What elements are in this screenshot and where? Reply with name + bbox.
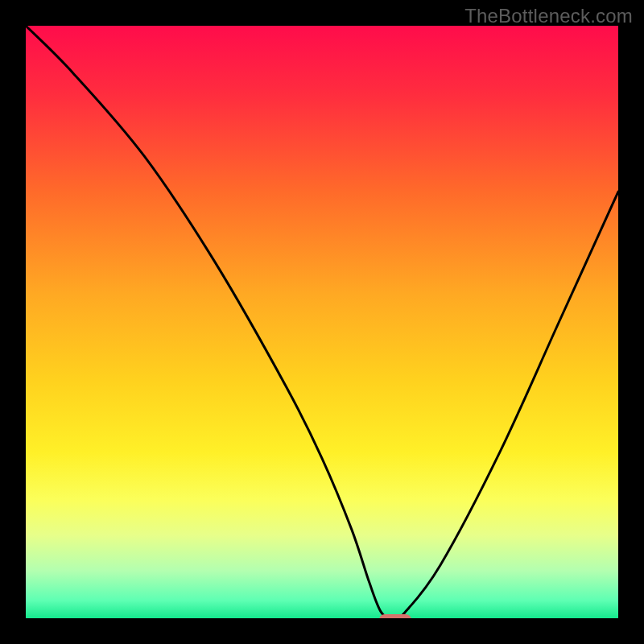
bottleneck-curve — [26, 26, 618, 618]
watermark-text: TheBottleneck.com — [464, 5, 633, 27]
minimum-marker — [379, 614, 411, 620]
chart-frame: TheBottleneck.com — [0, 0, 644, 644]
plot-area — [24, 24, 620, 620]
